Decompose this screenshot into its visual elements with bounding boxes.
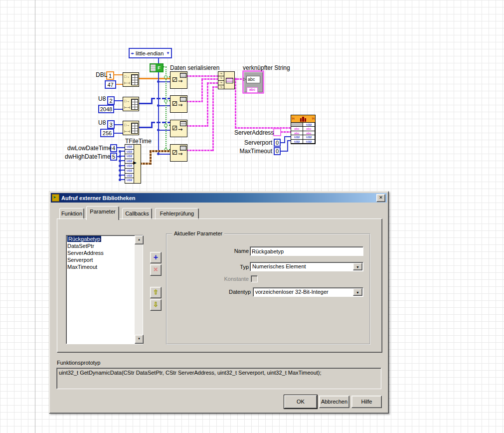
- tab-label: Fehlerprüfung: [160, 211, 194, 216]
- numeric-constant[interactable]: 2: [107, 96, 115, 105]
- cluster-element-type: U32: [125, 169, 134, 174]
- move-down-button[interactable]: ⇩: [150, 299, 162, 311]
- cluster-element-type: U32: [125, 145, 134, 150]
- numeric-constant[interactable]: 47: [105, 80, 116, 89]
- scroll-down-icon: ▼: [138, 337, 141, 340]
- enum-nav-icon[interactable]: ◂▸: [131, 51, 134, 55]
- scroll-up-button[interactable]: ▲: [135, 235, 144, 244]
- array-grid-icon: [131, 74, 138, 85]
- array-input-icon: □→: [124, 75, 130, 78]
- list-item[interactable]: DataSetPtr: [66, 242, 143, 249]
- list-item[interactable]: MaxTimeout: [66, 263, 143, 270]
- ok-button[interactable]: OK: [284, 395, 317, 409]
- flatten-to-string-node[interactable]: ⚂ ⇝: [170, 120, 187, 137]
- dialog-titlebar[interactable]: ➤ Aufruf externer Bibliotheken ✕: [51, 193, 387, 203]
- close-button[interactable]: ✕: [376, 194, 385, 202]
- array-input-icon: □→: [124, 123, 130, 127]
- clfn-marks: ?!: [292, 117, 295, 120]
- combo-arrow-button[interactable]: ▼: [353, 263, 362, 270]
- wire: [207, 82, 218, 84]
- serverport-label: Serverport: [239, 139, 272, 146]
- call-library-function-node[interactable]: ?! ?! U32 abc abc abc abc U32 U32 U32 U3…: [291, 115, 316, 144]
- typ-combobox[interactable]: Numerisches Element ▼: [250, 262, 363, 271]
- numeric-constant[interactable]: 5: [110, 153, 117, 161]
- init-array-node[interactable]: □→ ⊢⊣: [123, 97, 139, 111]
- parameter-listbox[interactable]: Rückgabetyp DataSetPtr ServerAddress Ser…: [66, 235, 143, 344]
- tab-label: Parameter: [90, 209, 115, 215]
- constant-value: 2048: [100, 106, 112, 112]
- wire: [281, 131, 291, 133]
- wire: [151, 98, 170, 99]
- max-timeout-control[interactable]: 0: [274, 147, 281, 155]
- index-range-icon: ⊢⊣: [124, 130, 130, 133]
- konstante-checkbox[interactable]: [251, 275, 258, 282]
- concat-input-icon: ▫+: [218, 76, 224, 81]
- wire: [284, 136, 291, 137]
- wire-junction: [164, 75, 168, 79]
- remove-parameter-button[interactable]: ×: [150, 264, 162, 276]
- wire: [150, 151, 152, 165]
- datentyp-label: Datentyp: [212, 289, 251, 295]
- constant-value: 2: [109, 98, 112, 104]
- type-icon: [180, 97, 186, 102]
- numeric-constant[interactable]: 1: [106, 71, 114, 80]
- string-indicator-value[interactable]: abc: [246, 76, 260, 83]
- concatenate-strings-node[interactable]: ▫+ ▫+ ▫+ ▫+: [218, 71, 235, 89]
- wire-junction: [119, 174, 121, 177]
- list-item-label: ServerAddress: [67, 250, 104, 256]
- list-item[interactable]: Serverport: [66, 256, 143, 263]
- chevron-down-icon: ▼: [356, 265, 359, 269]
- tab-parameter[interactable]: Parameter: [86, 206, 119, 220]
- wire: [159, 81, 170, 82]
- list-item[interactable]: ServerAddress: [66, 249, 143, 256]
- dice-icon: ⚂: [172, 76, 177, 83]
- datentyp-combobox[interactable]: vorzeichenloser 32-Bit-Integer ▼: [253, 287, 363, 297]
- list-item-label[interactable]: Rückgabetyp: [67, 236, 101, 242]
- move-up-button[interactable]: ⇧: [150, 287, 162, 298]
- init-array-node[interactable]: □→ ⊢⊣: [123, 121, 139, 135]
- cluster-bundle-node[interactable]: U32 U32 U32 U32 U32 U32 U32 U32 ▶: [125, 144, 141, 184]
- numeric-constant[interactable]: 3: [107, 120, 115, 129]
- help-button[interactable]: Hilfe: [351, 396, 382, 408]
- server-address-label: ServerAddress: [234, 129, 272, 136]
- serverport-control[interactable]: 0: [274, 139, 281, 147]
- init-array-node[interactable]: □→ ⊢⊣: [123, 72, 139, 87]
- tab-funktion[interactable]: Funktion: [59, 208, 84, 219]
- concat-input-icon: ▫+: [218, 81, 224, 85]
- flatten-to-string-node[interactable]: ⚂ ⇝: [170, 95, 187, 113]
- enum-constant-little-endian[interactable]: ◂▸ little-endian ▼: [129, 48, 172, 58]
- wire-junction: [164, 124, 168, 127]
- tab-callbacks[interactable]: Callbacks: [122, 208, 152, 219]
- flatten-to-string-node[interactable]: ⚂ ⇝: [170, 71, 187, 89]
- array-grid-icon: [131, 123, 138, 134]
- list-item: Rückgabetyp: [66, 235, 143, 242]
- server-address-control[interactable]: [273, 128, 281, 136]
- boolean-false-constant[interactable]: F: [150, 63, 164, 72]
- combo-arrow-button[interactable]: ▼: [353, 288, 362, 296]
- wire: [186, 101, 203, 102]
- scroll-down-button[interactable]: ▼: [135, 335, 144, 344]
- numeric-constant[interactable]: 2048: [98, 105, 114, 113]
- flatten-to-string-node[interactable]: ⚂ ⇝: [170, 144, 187, 162]
- tab-fehlerpruefung[interactable]: Fehlerprüfung: [155, 208, 199, 219]
- squiggle-arrow-icon: ⇝: [178, 78, 182, 84]
- numeric-constant[interactable]: 256: [100, 129, 114, 137]
- boolean-value: F: [156, 64, 163, 71]
- enum-dropdown-icon[interactable]: ▼: [166, 51, 170, 55]
- close-icon: ✕: [379, 195, 383, 200]
- constant-value: 47: [107, 82, 113, 88]
- string-indicator[interactable]: ▷ abc abc: [242, 70, 264, 94]
- wire: [235, 127, 291, 129]
- concat-input-icon: ▫+: [218, 85, 224, 89]
- type-icon: [180, 73, 186, 78]
- type-icon: [180, 121, 186, 126]
- add-parameter-button[interactable]: +: [150, 252, 162, 263]
- indicator-label: verknüpfter String: [243, 64, 290, 71]
- name-input[interactable]: [250, 246, 363, 256]
- constant-value: 256: [103, 130, 112, 136]
- cancel-button[interactable]: Abbrechen: [319, 396, 349, 408]
- squiggle-arrow-icon: ⇝: [178, 102, 182, 108]
- type-icon: [180, 146, 186, 151]
- wire-junction: [157, 104, 160, 107]
- listbox-scrollbar[interactable]: ▲ ▼: [135, 235, 143, 344]
